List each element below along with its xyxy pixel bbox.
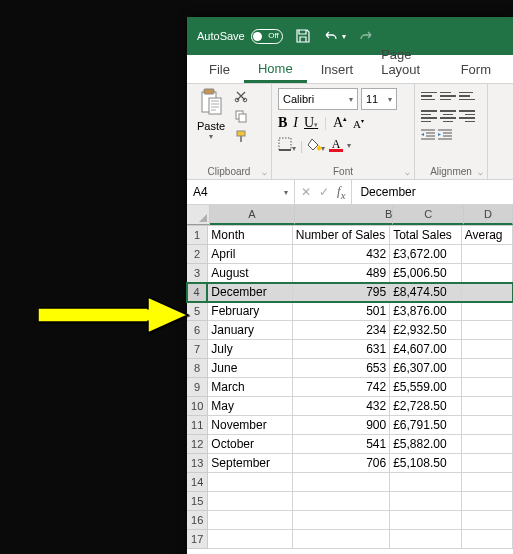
bold-button[interactable]: B (278, 115, 287, 131)
table-row[interactable]: 17 (187, 530, 513, 549)
cell[interactable]: £5,006.50 (390, 264, 462, 283)
row-header[interactable]: 1 (187, 226, 208, 245)
column-header-a[interactable]: A (210, 205, 295, 225)
cell[interactable] (462, 492, 513, 511)
cell[interactable] (462, 302, 513, 321)
name-box[interactable]: A4▾ (187, 180, 295, 204)
redo-icon[interactable] (358, 28, 374, 44)
cell[interactable]: 432 (293, 397, 390, 416)
table-row[interactable]: 6January234£2,932.50 (187, 321, 513, 340)
grow-font-icon[interactable]: A▴ (333, 115, 347, 131)
align-right-icon[interactable] (459, 109, 475, 123)
cell[interactable] (462, 416, 513, 435)
cell[interactable] (462, 511, 513, 530)
table-row[interactable]: 16 (187, 511, 513, 530)
cell[interactable]: May (208, 397, 292, 416)
italic-button[interactable]: I (293, 115, 298, 131)
cut-icon[interactable] (233, 88, 249, 104)
toggle-switch[interactable]: Off (251, 29, 283, 44)
cell[interactable] (462, 454, 513, 473)
cell[interactable]: August (208, 264, 292, 283)
fx-icon[interactable]: fx (337, 183, 345, 201)
cell[interactable] (462, 397, 513, 416)
align-bottom-icon[interactable] (459, 89, 475, 103)
cell[interactable]: £2,728.50 (390, 397, 462, 416)
align-middle-icon[interactable] (440, 89, 456, 103)
font-color-button[interactable]: A (329, 139, 343, 152)
table-row[interactable]: 3August489£5,006.50 (187, 264, 513, 283)
cell[interactable]: 541 (293, 435, 390, 454)
cell[interactable] (462, 359, 513, 378)
cell[interactable] (293, 530, 390, 549)
cell[interactable]: £6,791.50 (390, 416, 462, 435)
table-row[interactable]: 8June653£6,307.00 (187, 359, 513, 378)
column-header-c[interactable]: C (393, 205, 464, 225)
cell[interactable]: March (208, 378, 292, 397)
cell[interactable]: Averag (462, 226, 513, 245)
cell[interactable]: £5,882.00 (390, 435, 462, 454)
formula-bar[interactable]: December (351, 180, 513, 204)
cell[interactable] (462, 530, 513, 549)
paste-button[interactable]: Paste ▾ (193, 86, 229, 143)
table-row[interactable]: 12October541£5,882.00 (187, 435, 513, 454)
cell[interactable]: 631 (293, 340, 390, 359)
cell[interactable]: 742 (293, 378, 390, 397)
cell[interactable] (462, 321, 513, 340)
cell[interactable]: £5,559.00 (390, 378, 462, 397)
cell[interactable] (462, 283, 513, 302)
cell[interactable] (462, 378, 513, 397)
tab-formulas[interactable]: Form (447, 57, 505, 83)
cell[interactable]: £5,108.50 (390, 454, 462, 473)
table-row[interactable]: 5February501£3,876.00 (187, 302, 513, 321)
cell[interactable] (208, 473, 292, 492)
table-row[interactable]: 14 (187, 473, 513, 492)
row-header[interactable]: 9 (187, 378, 208, 397)
select-all-corner[interactable] (187, 205, 210, 225)
cell[interactable]: Number of Sales (293, 226, 390, 245)
table-row[interactable]: 9March742£5,559.00 (187, 378, 513, 397)
row-header[interactable]: 3 (187, 264, 208, 283)
shrink-font-icon[interactable]: A▾ (353, 117, 364, 130)
cell[interactable] (293, 473, 390, 492)
cell[interactable] (390, 473, 462, 492)
cell[interactable] (462, 245, 513, 264)
cell[interactable]: 489 (293, 264, 390, 283)
row-header[interactable]: 8 (187, 359, 208, 378)
decrease-indent-icon[interactable] (421, 129, 435, 144)
cell[interactable]: Total Sales (390, 226, 462, 245)
autosave-toggle[interactable]: AutoSave Off (197, 29, 283, 44)
row-header[interactable]: 11 (187, 416, 208, 435)
cell[interactable]: £2,932.50 (390, 321, 462, 340)
row-header[interactable]: 2 (187, 245, 208, 264)
cell[interactable] (293, 492, 390, 511)
cell[interactable] (390, 530, 462, 549)
cell[interactable] (462, 264, 513, 283)
row-header[interactable]: 16 (187, 511, 208, 530)
cell[interactable]: £3,672.00 (390, 245, 462, 264)
row-header[interactable]: 15 (187, 492, 208, 511)
cell[interactable] (462, 340, 513, 359)
row-header[interactable]: 12 (187, 435, 208, 454)
cell[interactable]: February (208, 302, 292, 321)
cell[interactable]: 706 (293, 454, 390, 473)
accept-formula-icon[interactable]: ✓ (319, 185, 329, 199)
tab-page-layout[interactable]: Page Layout (367, 42, 447, 83)
font-size-dropdown[interactable]: 11▾ (361, 88, 397, 110)
cancel-formula-icon[interactable]: ✕ (301, 185, 311, 199)
cell[interactable]: 900 (293, 416, 390, 435)
table-row[interactable]: 13September706£5,108.50 (187, 454, 513, 473)
cell[interactable] (208, 530, 292, 549)
format-painter-icon[interactable] (233, 128, 249, 144)
font-name-dropdown[interactable]: Calibri▾ (278, 88, 358, 110)
cell[interactable] (462, 473, 513, 492)
cell[interactable]: £8,474.50 (390, 283, 462, 302)
worksheet-grid[interactable]: A B C D 1MonthNumber of SalesTotal Sales… (187, 205, 513, 549)
increase-indent-icon[interactable] (438, 129, 452, 144)
cell[interactable]: 234 (293, 321, 390, 340)
copy-icon[interactable] (233, 108, 249, 124)
table-row[interactable]: 15 (187, 492, 513, 511)
table-row[interactable]: 7July631£4,607.00 (187, 340, 513, 359)
cell[interactable]: Month (208, 226, 292, 245)
fill-color-button[interactable]: ▾ (307, 137, 325, 154)
cell[interactable] (390, 511, 462, 530)
